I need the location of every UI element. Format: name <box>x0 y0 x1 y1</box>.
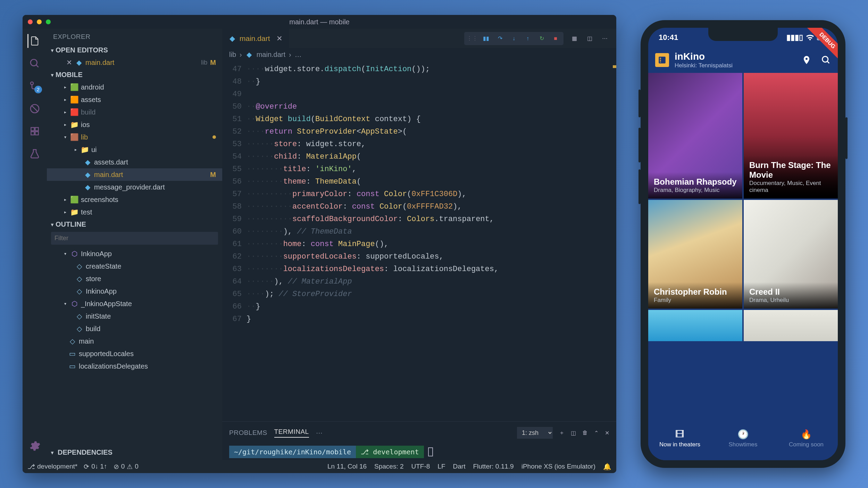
outline-item[interactable]: ◇store <box>47 272 222 285</box>
sidebar-title: EXPLORER <box>47 29 222 45</box>
phone-notch <box>708 28 778 41</box>
outline-item[interactable]: ⬡_InkinoAppState <box>47 297 222 310</box>
nav-showtimes[interactable]: 🕐 Showtimes <box>711 424 775 453</box>
language-status[interactable]: Dart <box>453 463 466 470</box>
step-over-icon[interactable]: ↷ <box>495 34 504 43</box>
outline-item[interactable]: ▭supportedLocales <box>47 347 222 360</box>
sync-status[interactable]: ⟳ 0↓ 1↑ <box>84 463 107 471</box>
terminal[interactable]: ~/git/roughike/inKino/mobile ⎇ developme… <box>222 444 616 460</box>
dart-file-icon: ◆ <box>84 183 91 191</box>
split-terminal-icon[interactable]: ◫ <box>571 430 576 436</box>
dart-file-icon: ◆ <box>228 35 236 42</box>
errors-status[interactable]: ⊘ 0 ⚠ 0 <box>114 463 139 471</box>
maximize-window-button[interactable] <box>46 19 51 24</box>
notifications-icon[interactable]: 🔔 <box>603 463 611 471</box>
open-editor-item[interactable]: ✕ ◆ main.dart lib M <box>47 56 222 69</box>
device-status[interactable]: iPhone XS (ios Emulator) <box>521 463 595 470</box>
outline-item[interactable]: ◇initState <box>47 310 222 322</box>
folder-assets[interactable]: 🟧assets <box>47 93 222 106</box>
test-icon[interactable] <box>28 147 42 161</box>
file-main-dart[interactable]: ◆main.dartM <box>47 168 222 181</box>
location-icon[interactable] <box>802 55 811 65</box>
stop-icon[interactable]: ■ <box>551 34 560 43</box>
phone-time: 10:41 <box>659 33 678 42</box>
folder-lib[interactable]: 🟫lib <box>47 131 222 143</box>
movie-card[interactable] <box>744 310 838 341</box>
folder-test[interactable]: 📁test <box>47 206 222 218</box>
mobile-section[interactable]: MOBILE <box>47 69 222 80</box>
phone-volume-down[interactable] <box>639 169 641 204</box>
phone-volume-up[interactable] <box>639 128 641 162</box>
encoding-status[interactable]: UTF-8 <box>411 463 430 470</box>
outline-item[interactable]: ▭localizationsDelegates <box>47 360 222 372</box>
modified-dot-icon <box>212 135 216 139</box>
more-panels-icon[interactable]: ⋯ <box>316 429 323 437</box>
folder-ios[interactable]: 📁ios <box>47 118 222 131</box>
devtools-icon[interactable]: ▦ <box>570 34 579 43</box>
new-terminal-icon[interactable]: ＋ <box>559 429 565 437</box>
eol-status[interactable]: LF <box>437 463 445 470</box>
dependencies-section[interactable]: DEPENDENCIES <box>47 447 222 460</box>
outline-item[interactable]: ◇build <box>47 322 222 335</box>
outline-item[interactable]: ◇createState <box>47 260 222 272</box>
outline-item[interactable]: ⬡InkinoApp <box>47 247 222 260</box>
outline-item[interactable]: ◇main <box>47 335 222 347</box>
folder-screenshots[interactable]: 🟩screenshots <box>47 193 222 206</box>
close-window-button[interactable] <box>28 19 33 24</box>
terminal-tab[interactable]: TERMINAL <box>274 428 309 438</box>
svg-rect-7 <box>35 132 38 135</box>
restart-icon[interactable]: ↻ <box>537 34 546 43</box>
code-editor[interactable]: 4748495051525354555657585960616263646566… <box>222 61 616 421</box>
debug-icon[interactable] <box>28 102 42 116</box>
terminal-select[interactable]: 1: zsh <box>517 427 553 439</box>
folder-build[interactable]: 🟥build <box>47 106 222 118</box>
folder-icon: 📁 <box>81 146 89 153</box>
cursor-position[interactable]: Ln 11, Col 16 <box>327 463 367 470</box>
movie-card[interactable]: Christopher RobinFamily <box>648 200 742 309</box>
source-control-icon[interactable]: 2 <box>28 79 42 93</box>
indentation-status[interactable]: Spaces: 2 <box>374 463 404 470</box>
close-icon[interactable]: ✕ <box>66 58 72 67</box>
movie-card[interactable] <box>648 310 742 341</box>
minimap[interactable] <box>611 61 616 421</box>
breadcrumb[interactable]: lib› ◆ main.dart› … <box>222 48 616 61</box>
movie-card[interactable]: Creed IIDrama, Urheilu <box>744 200 838 309</box>
split-editor-icon[interactable]: ◫ <box>585 34 594 43</box>
drag-handle-icon[interactable]: ⋮⋮ <box>468 34 477 43</box>
folder-icon: 🟥 <box>70 108 78 116</box>
outline-item[interactable]: ◇InkinoApp <box>47 285 222 297</box>
pause-icon[interactable]: ▮▮ <box>482 34 491 43</box>
minimize-window-button[interactable] <box>37 19 42 24</box>
explorer-icon[interactable] <box>27 34 41 48</box>
open-editors-section[interactable]: OPEN EDITORS <box>47 45 222 56</box>
maximize-panel-icon[interactable]: ⌃ <box>594 430 599 436</box>
outline-filter-input[interactable] <box>51 232 218 245</box>
folder-ui[interactable]: 📁ui <box>47 143 222 156</box>
movie-card[interactable]: Burn The Stage: The MovieDocumentary, Mu… <box>744 73 838 199</box>
settings-gear-icon[interactable] <box>28 439 42 453</box>
kill-terminal-icon[interactable]: 🗑 <box>582 430 588 436</box>
flutter-outline-icon[interactable] <box>28 124 42 138</box>
flutter-version[interactable]: Flutter: 0.11.9 <box>473 463 514 470</box>
editor-tab[interactable]: ◆ main.dart ✕ <box>222 29 289 48</box>
folder-android[interactable]: 🟩android <box>47 81 222 93</box>
search-icon[interactable] <box>28 57 42 70</box>
movie-grid[interactable]: Bohemian RhapsodyDrama, Biography, Music… <box>648 73 838 424</box>
close-panel-icon[interactable]: ✕ <box>605 430 609 436</box>
search-icon[interactable] <box>821 55 831 65</box>
more-actions-icon[interactable]: ⋯ <box>600 34 609 43</box>
phone-mute-switch[interactable] <box>639 90 641 117</box>
nav-coming-soon[interactable]: 🔥 Coming soon <box>775 424 838 453</box>
nav-now-in-theaters[interactable]: 🎞 Now in theaters <box>648 424 711 453</box>
file-message-provider[interactable]: ◆message_provider.dart <box>47 181 222 193</box>
line-gutter: 4748495051525354555657585960616263646566… <box>222 61 247 421</box>
close-tab-icon[interactable]: ✕ <box>276 34 283 43</box>
outline-section[interactable]: OUTLINE <box>47 219 222 230</box>
file-assets-dart[interactable]: ◆assets.dart <box>47 156 222 168</box>
movie-card[interactable]: Bohemian RhapsodyDrama, Biography, Music <box>648 73 742 199</box>
step-into-icon[interactable]: ↓ <box>509 34 518 43</box>
phone-power-button[interactable] <box>845 117 848 159</box>
problems-tab[interactable]: PROBLEMS <box>229 429 267 437</box>
step-out-icon[interactable]: ↑ <box>523 34 532 43</box>
git-branch-status[interactable]: ⎇ development* <box>27 463 77 471</box>
